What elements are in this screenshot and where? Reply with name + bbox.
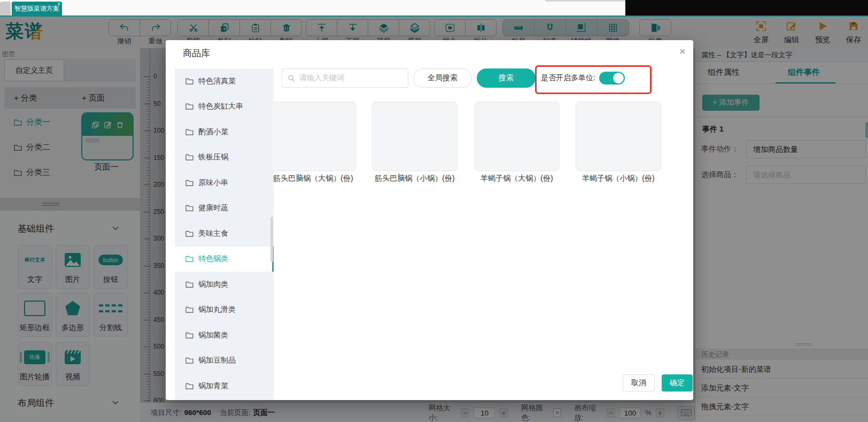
product-name: 筋头巴脑锅（小锅）(份) [370,174,459,183]
top-black-strip [625,0,868,16]
modal-category[interactable]: 美味主食 [175,221,274,247]
modal-category[interactable]: 锅加青菜 [175,373,274,399]
modal-category[interactable]: 锅加肉类 [175,272,274,297]
modal-category-selected[interactable]: 特色锅类 [175,247,274,272]
modal-category[interactable]: 健康时蔬 [175,196,274,221]
tab-title: 智慧版菜谱方案 [14,4,59,13]
search-placeholder: 请输入关键词 [299,73,344,83]
modal-category[interactable]: 锅加丸滑类 [175,297,274,323]
product-card[interactable] [474,102,560,171]
folder-icon [185,357,193,364]
multi-unit-highlight-annotation [535,65,652,94]
product-card[interactable] [372,102,458,171]
search-button[interactable]: 搜索 [477,68,536,88]
modal-category[interactable]: 锅加菌类 [175,323,274,348]
folder-icon [185,306,193,313]
modal-category[interactable]: 特色清真菜 [175,68,274,94]
folder-icon [185,78,193,85]
app-window: 智慧版菜谱方案 × 菜谱 撤销 重做 剪切 复制 [0,0,868,422]
folder-icon [185,383,193,389]
product-name: 羊蝎子锅（大锅）(份) [472,174,561,183]
modal-category[interactable]: 特色炭缸大串 [175,94,274,120]
search-icon [288,74,295,82]
modal-category[interactable]: 原味小串 [175,170,274,196]
modal-category-list: 特色清真菜 特色炭缸大串 酌酒小菜 铁板压锅 原味小串 健康时蔬 美味主食 特色… [175,68,274,400]
keyword-search-input[interactable]: 请输入关键词 [282,68,408,88]
folder-icon [185,154,193,160]
modal-category[interactable]: 酌酒小菜 [175,119,274,145]
confirm-button[interactable]: 确定 [662,374,693,392]
folder-icon [185,129,193,135]
folder-icon [185,231,193,237]
product-name: 羊蝎子锅（小锅）(份) [574,174,663,183]
tab-close-icon[interactable]: × [57,2,60,7]
modal-title: 商品库 [183,47,210,59]
product-card[interactable] [576,102,661,171]
global-search-button[interactable]: 全局搜索 [413,68,472,88]
folder-ic [185,180,193,186]
modal-close-icon[interactable]: × [679,45,686,58]
top-gray-sliver [545,0,625,2]
folder-icon [185,281,193,288]
product-name: 筋头巴脑锅（大锅）(份) [269,174,358,183]
product-card[interactable] [270,102,356,171]
category-scrollbar-thumb[interactable] [270,217,273,262]
modal-category[interactable]: 锅加豆制品 [175,348,274,374]
folder-icon [185,332,193,339]
modal-category[interactable]: 铁板压锅 [175,145,274,171]
folder-icon [185,205,193,211]
folder-icon [185,103,193,110]
product-library-modal: 商品库 × 请输入关键词 全局搜索 搜索 是否开启多单位: 特色清真菜 特色炭缸… [166,40,693,400]
folder-icon [185,256,193,262]
inactive-tab-stub[interactable] [0,2,11,16]
tab-active[interactable]: 智慧版菜谱方案 × [12,2,62,16]
cancel-button[interactable]: 取消 [623,374,655,392]
